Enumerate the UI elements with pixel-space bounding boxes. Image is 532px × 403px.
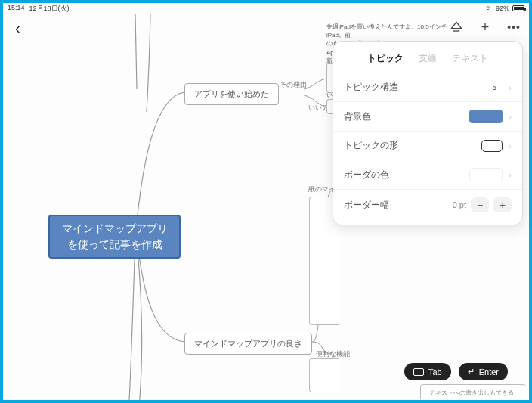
structure-icon: ⟜	[492, 81, 503, 94]
row-border-color[interactable]: ボーダの色 ›	[333, 160, 522, 189]
more-icon[interactable]: •••	[506, 20, 521, 35]
sub-label-reason[interactable]: その理由	[280, 80, 307, 90]
battery-icon	[512, 5, 524, 11]
stepper-minus[interactable]: −	[471, 197, 489, 212]
tab-key-icon	[413, 368, 424, 376]
border-color-swatch	[469, 168, 503, 181]
tab-topic[interactable]: トピック	[367, 52, 404, 65]
top-toolbar: + •••	[449, 20, 521, 35]
chevron-right-icon: ›	[509, 170, 512, 179]
panel-tabs: トピック 支線 テキスト	[333, 49, 522, 73]
tab-line[interactable]: 支線	[419, 52, 437, 65]
status-date: 12月18日(火)	[29, 4, 70, 14]
chevron-right-icon: ›	[509, 112, 512, 121]
enter-key-icon	[468, 367, 475, 377]
enter-key-button[interactable]: Enter	[459, 363, 508, 380]
format-panel: トピック 支線 テキスト トピック構造 ⟜› 背景色 › トピックの形 › ボー…	[332, 41, 523, 225]
battery-percent: 92%	[496, 5, 509, 12]
chevron-right-icon: ›	[509, 141, 512, 150]
tab-key-button[interactable]: Tab	[404, 363, 451, 380]
bottom-strip-text: テキストへの書き出しもできる	[429, 389, 514, 397]
add-icon[interactable]: +	[478, 20, 493, 35]
chevron-right-icon: ›	[509, 83, 512, 92]
style-icon[interactable]	[449, 20, 464, 35]
tab-text[interactable]: テキスト	[452, 52, 488, 65]
central-line2: を使って記事を作成	[67, 237, 162, 253]
status-bar: 15:14 12月18日(火) ᯤ 92%	[3, 3, 529, 14]
central-line1: マインドマップアプリ	[62, 221, 168, 237]
row-shape[interactable]: トピックの形 ›	[333, 131, 522, 160]
app-frame: 15:14 12月18日(火) ᯤ 92% ‹ 先週iPadを買い換えたんですよ…	[0, 0, 532, 403]
stepper-plus[interactable]: +	[493, 197, 512, 212]
topic-node-2[interactable]: マインドマップアプリの良さ	[184, 333, 312, 355]
row-border-width: ボーダー幅 0 pt − +	[333, 189, 522, 220]
central-topic[interactable]: マインドマップアプリ を使って記事を作成	[48, 215, 181, 259]
status-time: 15:14	[8, 4, 25, 14]
topic-node-1[interactable]: アプリを使い始めた	[184, 83, 279, 105]
footer-buttons: Tab Enter	[404, 363, 508, 380]
row-structure[interactable]: トピック構造 ⟜›	[333, 73, 522, 101]
shape-preview	[481, 140, 503, 152]
bg-color-swatch	[469, 110, 503, 123]
border-width-value: 0 pt	[453, 200, 466, 209]
partial-node-4[interactable]	[309, 358, 339, 392]
wifi-icon: ᯤ	[486, 5, 493, 12]
row-bg-color[interactable]: 背景色 ›	[333, 101, 522, 131]
